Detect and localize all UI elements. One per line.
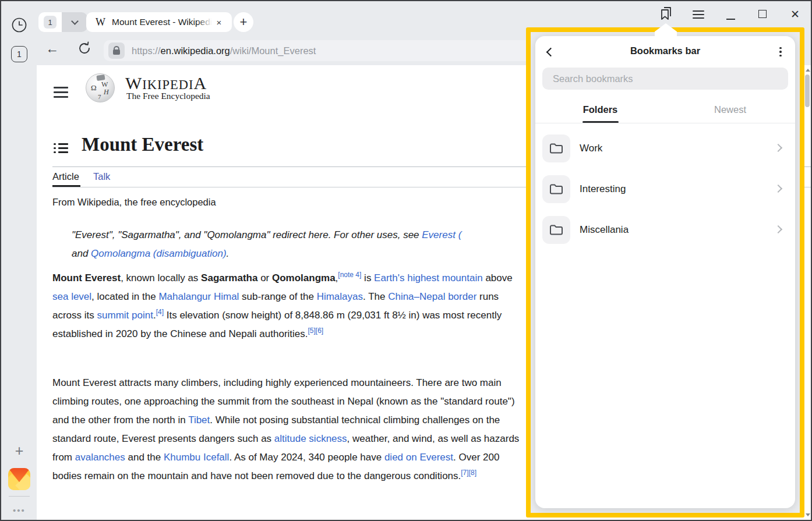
menu-icon[interactable] [693,8,704,21]
wikipedia-tagline: The Free Encyclopedia [126,91,210,101]
close-button[interactable]: ✕ [790,9,800,20]
tab-newest[interactable]: Newest [665,99,795,123]
chevron-down-icon [71,17,79,25]
scroll-up-icon[interactable] [806,69,810,72]
bookmark-folder-row[interactable]: Work [535,128,795,169]
bookmarks-panel: Bookmarks bar Folders Newest Work Intere… [535,36,795,508]
chevron-right-icon [774,144,782,152]
folder-icon [542,134,570,162]
sidebar-tab-counter[interactable]: 1 [11,46,27,62]
new-tab-button[interactable]: + [234,12,253,32]
reload-button[interactable] [78,41,93,58]
folder-label: Work [580,143,602,154]
chevron-right-icon [774,185,782,193]
sidebar-more-button[interactable]: ••• [8,505,30,515]
tab-talk[interactable]: Talk [93,171,110,182]
search-bookmarks-input[interactable] [542,68,788,90]
kebab-menu-icon[interactable] [773,44,788,59]
folder-label: Interesting [580,183,626,195]
folder-label: Miscellania [580,224,629,236]
scroll-down-icon[interactable] [806,513,810,516]
panel-tabs: Folders Newest [535,99,795,123]
tab-group-control[interactable]: 1 [38,12,87,32]
panel-header: Bookmarks bar [535,36,795,66]
bookmarks-icon[interactable] [659,6,674,22]
panel-title: Bookmarks bar [535,45,795,56]
minimize-button[interactable] [726,19,735,20]
tab-group-count: 1 [44,16,57,29]
folder-list: Work Interesting Miscellania [535,128,795,250]
tab-close-icon[interactable]: × [213,17,225,27]
bookmark-folder-row[interactable]: Interesting [535,169,795,210]
page-title: Mount Everest [82,134,203,155]
sidebar-divider [9,496,30,497]
folder-icon [542,216,570,244]
yandex-mail-icon[interactable] [8,468,30,490]
tab-group-dropdown[interactable] [62,12,87,32]
maximize-button[interactable] [758,10,767,18]
back-button[interactable]: ← [45,41,61,58]
wikipedia-logo[interactable]: Ω W H 7 [86,73,115,102]
wikipedia-wordmark: WIKIPEDIA [125,73,207,93]
scrollbar[interactable] [804,65,811,520]
history-icon[interactable] [12,17,27,33]
wikipedia-menu-icon[interactable] [54,84,68,101]
scrollbar-thumb[interactable] [805,75,810,107]
tab-folders[interactable]: Folders [535,99,665,123]
intro-paragraph-2: Mount Everest attracts many climbers, in… [52,374,529,485]
intro-paragraph-1: Mount Everest, known locally as Sagarmat… [52,269,529,343]
wikipedia-favicon: W [96,16,105,29]
panel-caret [655,23,677,37]
tab-article[interactable]: Article [52,171,79,182]
tab-title: Mount Everest - Wikipedia [112,17,212,27]
browser-tab[interactable]: W Mount Everest - Wikipedia × [86,12,232,32]
contents-icon[interactable] [54,141,68,155]
url-text: https://en.wikipedia.org/wiki/Mount_Ever… [132,45,316,56]
left-sidebar: 1 + ••• [1,1,37,520]
sidebar-add-button[interactable]: + [12,444,26,458]
from-wikipedia-line: From Wikipedia, the free encyclopedia [52,197,216,208]
panel-divider [535,123,795,123]
folder-icon [542,175,570,203]
browser-window: 1 + ••• 1 W Mount Everest - Wikipedia × … [0,0,812,521]
chevron-right-icon [774,225,782,233]
lock-icon[interactable] [108,42,125,59]
bookmark-folder-row[interactable]: Miscellania [535,210,795,250]
hatnote: "Everest", "Sagarmatha", and "Qomolangma… [72,226,529,263]
